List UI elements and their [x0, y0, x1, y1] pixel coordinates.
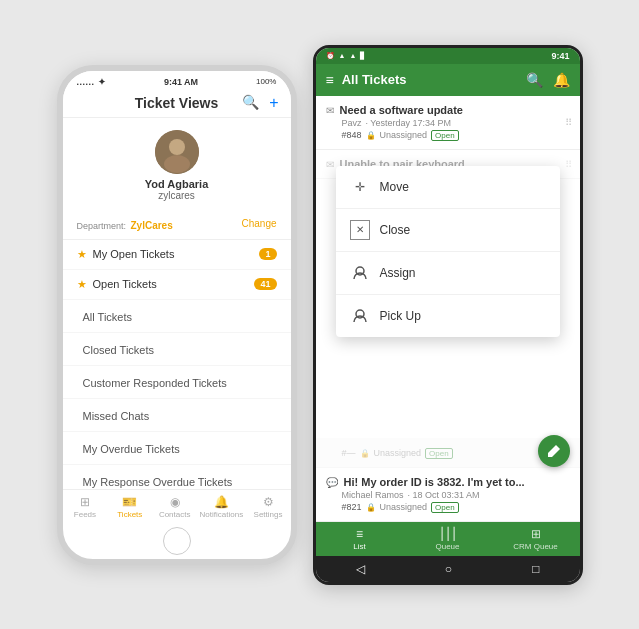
- android-bottom-nav: ≡ List ⎮⎮⎮ Queue ⊞ CRM Queue: [316, 522, 580, 556]
- dept-label: Department:: [77, 221, 127, 231]
- iphone-device: ...... ✦ 9:41 AM 100% Ticket Views 🔍 + Y…: [57, 65, 297, 565]
- ticket-title-1: Need a software update: [340, 104, 570, 116]
- context-menu-close[interactable]: ✕ Close: [336, 209, 560, 252]
- my-open-tickets-label: My Open Tickets: [93, 248, 175, 260]
- ticket-assignee-mid: Unassigned: [374, 448, 422, 458]
- context-menu-move[interactable]: ✛ Move: [336, 166, 560, 209]
- list-label: List: [353, 542, 365, 551]
- tab-tickets[interactable]: 🎫 Tickets: [110, 495, 150, 519]
- tab-notifications[interactable]: 🔔 Notifications: [200, 495, 244, 519]
- dept-name: ZylCares: [130, 220, 172, 231]
- menu-sub-response-overdue[interactable]: My Response Overdue Tickets: [63, 465, 291, 489]
- tab-feeds[interactable]: ⊞ Feeds: [65, 495, 105, 519]
- tickets-icon: 🎫: [122, 495, 137, 509]
- close-x-icon: ✕: [350, 220, 370, 240]
- move-icon: ✛: [350, 177, 370, 197]
- settings-label: Settings: [254, 510, 283, 519]
- notifications-label: Notifications: [200, 510, 244, 519]
- profile-section: Yod Agbaria zylcares: [63, 118, 291, 209]
- back-button[interactable]: ◁: [356, 562, 365, 576]
- close-label: Close: [380, 223, 411, 237]
- svg-point-2: [164, 155, 190, 173]
- ticket-meta-bottom-2: #821 🔒 Unassigned Open: [326, 502, 570, 513]
- change-dept-button[interactable]: Change: [241, 218, 276, 229]
- ticket-title-bottom: Hi! My order ID is 3832. I'm yet to...: [344, 476, 570, 488]
- chat-icon-bottom: 💬: [326, 477, 338, 488]
- menu-sub-customer-responded[interactable]: Customer Responded Tickets: [63, 366, 291, 399]
- menu-sub-overdue[interactable]: My Overdue Tickets: [63, 432, 291, 465]
- signal-icon: ▲: [339, 52, 346, 59]
- move-label: Move: [380, 180, 409, 194]
- menu-item-open-tickets[interactable]: ★ Open Tickets 41: [63, 270, 291, 300]
- ticket-date-bottom: · 18 Oct 03:31 AM: [408, 490, 480, 500]
- recent-button[interactable]: □: [532, 562, 539, 576]
- envelope-icon-2: ✉: [326, 159, 334, 170]
- crm-icon: ⊞: [531, 527, 541, 541]
- home-button-android[interactable]: ○: [445, 562, 452, 576]
- alarm-icon: ⏰: [326, 52, 335, 60]
- ticket-menu: ★ My Open Tickets 1 ★ Open Tickets 41 Al…: [63, 240, 291, 489]
- response-overdue-label: My Response Overdue Tickets: [83, 476, 233, 488]
- android-status-bar: ⏰ ▲ ▲ ▊ 9:41: [316, 48, 580, 64]
- profile-org: zylcares: [158, 190, 195, 201]
- missed-chats-label: Missed Chats: [83, 410, 150, 422]
- android-tab-crm-queue[interactable]: ⊞ CRM Queue: [508, 527, 563, 551]
- ticket-item-1[interactable]: ✉ Need a software update ⠿ Pavz · Yester…: [316, 96, 580, 150]
- list-icon: ≡: [356, 527, 363, 541]
- menu-sub-all-tickets[interactable]: All Tickets: [63, 300, 291, 333]
- iphone-status-bar: ...... ✦ 9:41 AM 100%: [63, 71, 291, 89]
- crm-label: CRM Queue: [513, 542, 557, 551]
- menu-sub-missed-chats[interactable]: Missed Chats: [63, 399, 291, 432]
- ticket-meta-mid: #— 🔒 Unassigned Open: [326, 448, 570, 459]
- star-icon-2: ★: [77, 278, 87, 291]
- ticket-meta-2: #848 🔒 Unassigned Open: [326, 130, 570, 141]
- home-indicator: [63, 523, 291, 559]
- drag-handle-2[interactable]: ⠿: [565, 158, 572, 169]
- open-tickets-label: Open Tickets: [93, 278, 157, 290]
- settings-icon: ⚙: [263, 495, 274, 509]
- ticket-num-bottom: #821: [342, 502, 362, 512]
- ticket-num-1: #848: [342, 130, 362, 140]
- tab-settings[interactable]: ⚙ Settings: [248, 495, 288, 519]
- context-menu-assign[interactable]: Assign: [336, 252, 560, 295]
- ticket-meta-bottom-1: Michael Ramos · 18 Oct 03:31 AM: [326, 490, 570, 500]
- android-search-icon[interactable]: 🔍: [526, 72, 543, 88]
- menu-sub-closed-tickets[interactable]: Closed Tickets: [63, 333, 291, 366]
- iphone-status-left: ...... ✦: [77, 77, 107, 87]
- context-menu: ✛ Move ✕ Close Assign Pick: [336, 166, 560, 337]
- contacts-label: Contacts: [159, 510, 191, 519]
- lock-icon-1: 🔒: [366, 131, 376, 140]
- android-content: ✉ Need a software update ⠿ Pavz · Yester…: [316, 96, 580, 522]
- android-tab-queue[interactable]: ⎮⎮⎮ Queue: [420, 527, 475, 551]
- wifi-icon: ▲: [349, 52, 356, 59]
- lock-icon-bottom: 🔒: [366, 503, 376, 512]
- fab-button[interactable]: [538, 435, 570, 467]
- department-section: Department: ZylCares Change: [63, 209, 291, 240]
- ticket-status-bottom: Open: [431, 502, 459, 513]
- home-button[interactable]: [163, 527, 191, 555]
- android-bell-icon[interactable]: 🔔: [553, 72, 570, 88]
- menu-item-my-open-tickets[interactable]: ★ My Open Tickets 1: [63, 240, 291, 270]
- iphone-header-actions: 🔍 +: [242, 94, 278, 112]
- envelope-icon-1: ✉: [326, 105, 334, 116]
- assign-label: Assign: [380, 266, 416, 280]
- battery-label: 100%: [256, 77, 276, 86]
- ticket-item-bottom[interactable]: 💬 Hi! My order ID is 3832. I'm yet to...…: [316, 468, 580, 522]
- add-icon[interactable]: +: [269, 94, 278, 112]
- context-menu-pickup[interactable]: Pick Up: [336, 295, 560, 337]
- drag-handle-1[interactable]: ⠿: [565, 117, 572, 128]
- dept-info: Department: ZylCares: [77, 215, 173, 233]
- android-header-actions: 🔍 🔔: [526, 72, 570, 88]
- open-tickets-badge: 41: [254, 278, 276, 290]
- ticket-sender-bottom: Michael Ramos: [342, 490, 404, 500]
- iphone-header: Ticket Views 🔍 +: [63, 89, 291, 118]
- contacts-icon: ◉: [170, 495, 180, 509]
- ticket-num-mid: #—: [342, 448, 356, 458]
- search-icon[interactable]: 🔍: [242, 94, 259, 112]
- android-time: 9:41: [551, 51, 569, 61]
- tab-contacts[interactable]: ◉ Contacts: [155, 495, 195, 519]
- feeds-icon: ⊞: [80, 495, 90, 509]
- android-tab-list[interactable]: ≡ List: [332, 527, 387, 551]
- star-icon: ★: [77, 248, 87, 261]
- hamburger-icon[interactable]: ≡: [326, 72, 334, 88]
